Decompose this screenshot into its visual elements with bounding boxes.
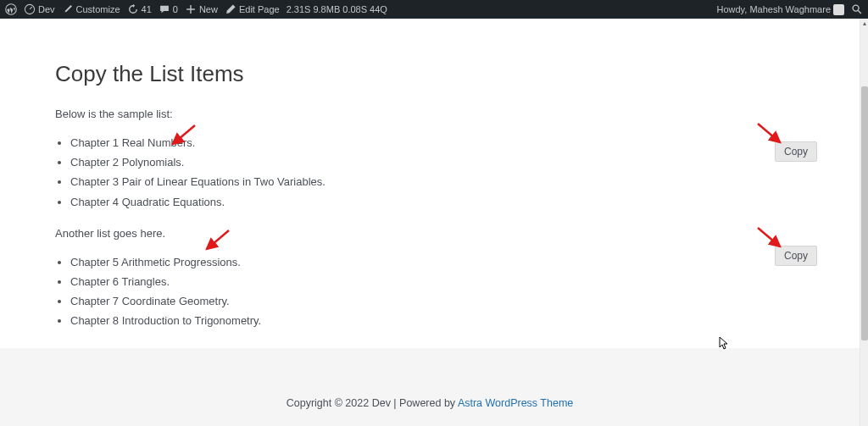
- copyright-text: Copyright © 2022 Dev | Powered by: [287, 397, 458, 409]
- howdy-text: Howdy, Mahesh Waghmare: [717, 4, 832, 14]
- adminbar-left: Dev Customize 41 0 New Edit Page 2.31S 9…: [5, 3, 387, 15]
- wordpress-icon: [5, 3, 17, 15]
- scroll-up-arrow[interactable]: ▴: [860, 19, 868, 27]
- list-item: Chapter 8 Introduction to Trigonometry.: [70, 313, 817, 329]
- list-item: Chapter 1 Real Numbers.: [70, 136, 817, 151]
- list-1: Chapter 1 Real Numbers. Chapter 2 Polyno…: [70, 136, 817, 210]
- brush-icon: [62, 3, 74, 15]
- theme-link[interactable]: Astra WordPress Theme: [458, 397, 573, 409]
- site-name: Dev: [38, 4, 55, 14]
- list-item: Chapter 4 Quadratic Equations.: [70, 195, 817, 210]
- list-item: Chapter 3 Pair of Linear Equations in Tw…: [70, 174, 817, 190]
- page-content: Copy the List Items Below is the sample …: [0, 19, 868, 363]
- list-item: Chapter 6 Triangles.: [70, 274, 817, 290]
- list-2: Chapter 5 Arithmetic Progressions. Chapt…: [70, 255, 817, 329]
- new-label: New: [199, 4, 218, 14]
- comment-icon: [159, 3, 170, 15]
- comments-link[interactable]: 0: [159, 3, 178, 15]
- list-item: Chapter 5 Arithmetic Progressions.: [70, 255, 817, 270]
- copy-button-1[interactable]: Copy: [775, 141, 817, 162]
- updates-count: 41: [142, 4, 152, 14]
- adminbar-right: Howdy, Mahesh Waghmare: [717, 3, 864, 15]
- list-item: Chapter 7 Coordinate Geometry.: [70, 294, 817, 309]
- svg-point-2: [853, 5, 859, 11]
- edit-page-link[interactable]: Edit Page: [225, 3, 280, 15]
- account-menu[interactable]: Howdy, Mahesh Waghmare: [717, 4, 845, 15]
- wp-logo[interactable]: [5, 3, 17, 15]
- vertical-scrollbar[interactable]: ▴: [860, 19, 868, 426]
- copy-button-2[interactable]: Copy: [775, 246, 817, 266]
- perf-stats: 2.31S 9.8MB 0.08S 44Q: [287, 4, 387, 14]
- list-item: Chapter 2 Polynomials.: [70, 155, 817, 170]
- plus-icon: [185, 3, 197, 15]
- edit-page-label: Edit Page: [239, 4, 280, 14]
- site-menu[interactable]: Dev: [24, 3, 55, 15]
- site-footer: Copyright © 2022 Dev | Powered by Astra …: [0, 348, 860, 426]
- update-icon: [127, 3, 139, 15]
- query-monitor[interactable]: 2.31S 9.8MB 0.08S 44Q: [287, 4, 387, 14]
- updates-link[interactable]: 41: [127, 3, 152, 15]
- customize-link[interactable]: Customize: [62, 3, 120, 15]
- intro-text: Below is the sample list:: [55, 108, 817, 120]
- customize-label: Customize: [76, 4, 120, 14]
- footer-text: Copyright © 2022 Dev | Powered by Astra …: [287, 397, 574, 409]
- search-toggle[interactable]: [851, 3, 863, 15]
- search-icon: [851, 3, 863, 15]
- mid-text: Another list goes here.: [55, 227, 817, 240]
- avatar: [833, 4, 844, 15]
- page-title: Copy the List Items: [55, 61, 817, 87]
- wp-admin-bar: Dev Customize 41 0 New Edit Page 2.31S 9…: [0, 0, 868, 19]
- comments-count: 0: [173, 4, 178, 14]
- pencil-icon: [225, 3, 236, 15]
- new-content-link[interactable]: New: [185, 3, 218, 15]
- dashboard-icon: [24, 3, 36, 15]
- scrollbar-thumb[interactable]: [861, 86, 868, 340]
